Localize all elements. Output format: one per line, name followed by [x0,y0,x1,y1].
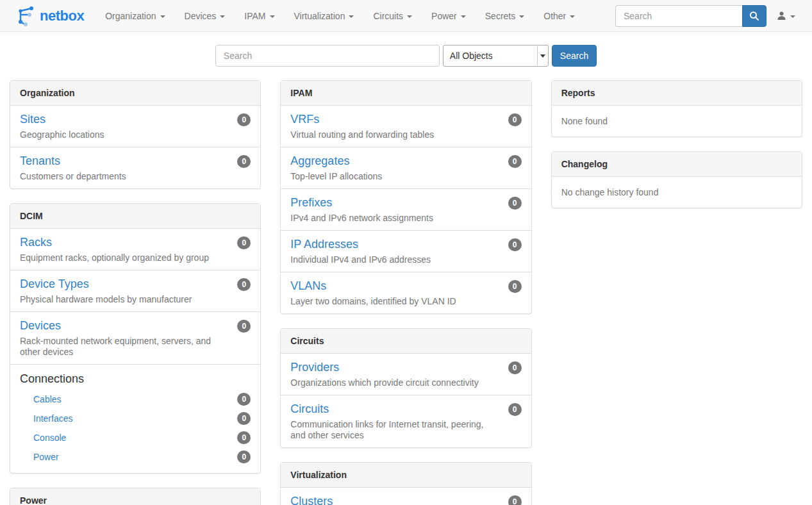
circuits-panel: Circuits Providers 0 Organizations which… [280,328,531,448]
count-badge: 0 [237,236,251,249]
caret-down-icon [790,15,795,18]
count-badge: 0 [237,451,251,463]
user-icon [777,11,786,21]
device-types-link[interactable]: Device Types [20,277,89,291]
racks-link[interactable]: Racks [20,235,52,249]
count-badge: 0 [508,403,522,416]
count-badge: 0 [508,155,522,168]
devices-link[interactable]: Devices [20,319,61,333]
empty-state-text: None found [552,106,802,137]
count-badge: 0 [508,280,522,293]
user-menu[interactable] [766,0,806,32]
navbar-search-button[interactable] [742,5,766,27]
sites-link[interactable]: Sites [20,112,46,126]
reports-panel: Reports None found [551,80,802,137]
item-description: Geographic locations [20,129,251,140]
nav-item-label: Power [431,11,457,21]
connection-row: Console 0 [20,428,251,447]
vrfs-link[interactable]: VRFs [290,112,319,126]
dashboard: Organization Sites 0 Geographic location… [0,80,812,505]
navbar-search-input[interactable] [615,5,742,27]
count-badge: 0 [237,155,251,168]
netbox-logo[interactable]: netbox [10,5,90,27]
list-item: Tenants 0 Customers or departments [10,147,260,188]
search-icon [749,11,759,21]
column-right: Reports None found Changelog No change h… [542,80,812,505]
nav-item-label: Organization [105,11,156,21]
panel-title: Circuits [281,329,531,354]
cables-link[interactable]: Cables [33,394,62,404]
nav-item-label: Circuits [373,11,403,21]
panel-title: Reports [552,81,802,106]
panel-title: IPAM [281,81,531,106]
item-description: Customers or departments [20,171,251,182]
vlans-link[interactable]: VLANs [290,279,326,293]
main-menu: Organization Devices IPAM Virtualization… [95,0,584,32]
top-navbar: netbox Organization Devices IPAM Virtual… [0,0,812,32]
power-panel: Power [10,488,261,505]
tenants-link[interactable]: Tenants [20,154,60,168]
list-item: Device Types 0 Physical hardware models … [10,270,260,312]
prefixes-link[interactable]: Prefixes [290,195,332,210]
list-item: Prefixes 0 IPv4 and IPv6 network assignm… [281,189,531,231]
item-description: Virtual routing and forwarding tables [290,129,521,140]
nav-item-label: Secrets [485,11,515,21]
item-description: Individual IPv4 and IPv6 addresses [290,254,521,265]
list-item: Racks 0 Equipment racks, optionally orga… [10,229,260,270]
nav-item-virtualization[interactable]: Virtualization [285,0,364,32]
providers-link[interactable]: Providers [290,360,339,374]
object-type-select[interactable]: All Objects [443,45,549,67]
global-search-bar: All Objects Search [0,45,812,67]
count-badge: 0 [237,412,251,425]
connections-title: Connections [20,371,251,387]
list-item: Providers 0 Organizations which provide … [281,354,531,395]
nav-item-secrets[interactable]: Secrets [476,0,534,32]
organization-panel: Organization Sites 0 Geographic location… [10,80,261,189]
nav-item-power[interactable]: Power [422,0,476,32]
aggregates-link[interactable]: Aggregates [290,154,349,168]
column-left: Organization Sites 0 Geographic location… [0,80,270,505]
main-search-button[interactable]: Search [552,45,597,67]
nav-item-label: IPAM [244,11,265,21]
nav-item-label: Other [543,11,566,21]
list-item: VRFs 0 Virtual routing and forwarding ta… [281,106,531,147]
item-description: Top-level IP allocations [290,171,521,182]
item-description: Physical hardware models by manufacturer [20,294,251,305]
panel-title: DCIM [10,204,260,229]
count-badge: 0 [237,278,251,291]
nav-item-ipam[interactable]: IPAM [235,0,284,32]
list-item: Sites 0 Geographic locations [10,106,260,147]
panel-title: Organization [10,81,260,106]
clusters-link[interactable]: Clusters [290,494,333,505]
nav-item-label: Devices [185,11,217,21]
caret-down-icon [570,15,575,18]
nav-item-devices[interactable]: Devices [175,0,235,32]
list-item: VLANs 0 Layer two domains, identified by… [281,272,531,313]
caret-down-icon [407,15,412,18]
changelog-panel: Changelog No change history found [551,151,802,208]
list-item: Circuits 0 Communication links for Inter… [281,395,531,447]
item-description: Organizations which provide circuit conn… [290,377,521,388]
list-item: Clusters 0 [281,488,531,505]
item-description: IPv4 and IPv6 network assignments [290,213,521,224]
main-search-input[interactable] [215,45,440,67]
count-badge: 0 [237,320,251,333]
connection-row: Interfaces 0 [20,409,251,428]
connection-row: Power 0 [20,447,251,467]
panel-title: Virtualization [281,463,531,488]
circuits-link[interactable]: Circuits [290,402,329,416]
caret-down-icon [160,15,165,18]
console-link[interactable]: Console [33,433,66,443]
object-type-select-wrap: All Objects [443,45,549,67]
power-link[interactable]: Power [33,452,59,462]
interfaces-link[interactable]: Interfaces [33,413,72,424]
empty-state-text: No change history found [552,177,802,208]
ip-addresses-link[interactable]: IP Addresses [290,237,358,251]
count-badge: 0 [508,238,522,251]
nav-item-other[interactable]: Other [534,0,584,32]
list-item: IP Addresses 0 Individual IPv4 and IPv6 … [281,231,531,272]
nav-item-organization[interactable]: Organization [95,0,174,32]
count-badge: 0 [237,431,251,444]
nav-item-circuits[interactable]: Circuits [363,0,422,32]
count-badge: 0 [508,495,522,505]
